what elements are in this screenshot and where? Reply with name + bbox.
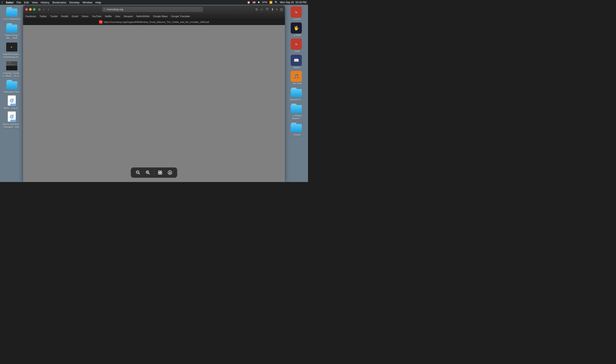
close-button[interactable] bbox=[25, 8, 28, 11]
desktop-icon-muo[interactable]: @ HTTP MUO ‹ Log In... bbox=[2, 95, 21, 110]
webloc-icon-muo: @ HTTP bbox=[6, 95, 17, 106]
minimize-button[interactable] bbox=[29, 8, 32, 11]
bookmark-youtube[interactable]: YouTube bbox=[92, 15, 101, 17]
new-tab-button[interactable]: + bbox=[276, 8, 278, 11]
traffic-lights bbox=[25, 8, 36, 11]
zoom-out-button[interactable] bbox=[134, 169, 142, 176]
desktop-icons-right: 📚 ...comics 🖖 ...g Stuff 🗂 ...Stuff 📖 ..… bbox=[286, 6, 307, 136]
bookmark-neopets[interactable]: Neopets bbox=[124, 15, 133, 17]
menu-edit[interactable]: Edit bbox=[24, 1, 29, 4]
bookmark-nanowrimo[interactable]: NaNoWriMo bbox=[136, 15, 149, 17]
maximize-button[interactable] bbox=[33, 8, 36, 11]
apple-menu[interactable]:  bbox=[2, 1, 3, 4]
desktop-icon-howthegooch[interactable]: ▶ HowTheGooch... eChristmas.m... bbox=[2, 41, 21, 59]
desktop-icon-igotmarried[interactable]: I GOT MARRIED bbox=[2, 6, 21, 21]
desktop-icon-relocateditem[interactable]: Relocated Item bbox=[2, 79, 21, 93]
pdf-full-url: https://monoskop.org/images/8/80/Merleau… bbox=[104, 21, 209, 23]
icon-img-stuff: 🗂 bbox=[291, 39, 302, 50]
desktop-icon-stuff[interactable]: 🗂 ...Stuff bbox=[287, 39, 306, 53]
icon-img-elestuff: 🎵 bbox=[291, 71, 302, 82]
menu-bookmarks[interactable]: Bookmarks bbox=[52, 1, 66, 4]
svg-line-2 bbox=[139, 173, 140, 174]
desktop-icon-compaq[interactable]: COME MIRACLES Compaq_Comp... rs_Mash...-… bbox=[2, 60, 21, 78]
menu-file[interactable]: File bbox=[16, 1, 21, 4]
desktop-icon-comics[interactable]: 📚 ...comics bbox=[287, 6, 306, 21]
menubar:  Safari File Edit View History Bookmark… bbox=[0, 0, 308, 5]
menubar-right: ⏰ 🇺🇸 ✱ 37% 📶 🔍 Mon Sep 20 10:18 PM bbox=[247, 1, 306, 4]
url-area: ⬡ monoskop.org bbox=[52, 7, 254, 12]
pdf-file-icon: PDF bbox=[99, 20, 103, 24]
share-button[interactable]: ⬆ bbox=[271, 8, 274, 12]
bookmark-hulu[interactable]: Hulu bbox=[115, 15, 120, 17]
desktop-icon-workouts[interactable]: ...rkouts! bbox=[287, 122, 306, 136]
bookmark-netflix[interactable]: Netflix bbox=[105, 15, 112, 17]
forward-button[interactable]: › bbox=[47, 7, 50, 12]
icon-label-stuff: ...Stuff bbox=[293, 50, 300, 53]
menu-history[interactable]: History bbox=[41, 1, 49, 4]
bookmark-tumblr[interactable]: Tumblr bbox=[50, 15, 58, 17]
desktop-icon-gstuff[interactable]: 🖖 ...g Stuff bbox=[287, 23, 306, 37]
icon-label-compaq: Compaq_Comp... rs_Mash...-01.m... bbox=[2, 72, 21, 78]
pdf-viewer bbox=[23, 25, 285, 182]
icon-label-gstuff: ...g Stuff bbox=[292, 34, 301, 37]
menu-help[interactable]: Help bbox=[95, 1, 101, 4]
folder-icon-maybe bbox=[291, 103, 302, 114]
desktop-icon-videoessay[interactable]: Video-Essay-Blo... Stuff bbox=[2, 23, 21, 39]
webloc-icon-articlesubmission: @ HTTP bbox=[6, 111, 17, 123]
icon-label-maybe: ...o Maybe Maybe? bbox=[287, 114, 306, 120]
app-name[interactable]: Safari bbox=[6, 1, 13, 4]
sidebar-toggle-button[interactable]: ⊞ bbox=[38, 8, 41, 11]
zoom-in-button[interactable] bbox=[144, 169, 152, 176]
folder-icon-relocateditem bbox=[6, 79, 17, 90]
search-icon[interactable]: 🔍 bbox=[275, 1, 278, 4]
url-bar[interactable]: ⬡ monoskop.org bbox=[102, 7, 203, 12]
desktop-icon-articlesubmission[interactable]: @ HTTP Article Submiss... Checklist - XW… bbox=[2, 111, 21, 129]
menubar-left:  Safari File Edit View History Bookmark… bbox=[2, 1, 101, 4]
bookmark-gmail[interactable]: Gmail bbox=[72, 15, 78, 17]
icon-label-howthegooch: HowTheGooch... eChristmas.m... bbox=[2, 53, 21, 59]
page-view-button[interactable] bbox=[156, 169, 164, 176]
tabs-overview-button[interactable]: ⊡ bbox=[280, 8, 283, 12]
bookmark-googletranslate[interactable]: Google Translate bbox=[171, 15, 190, 17]
icon-label-muo: MUO ‹ Log In... bbox=[4, 107, 20, 110]
bookmark-button[interactable]: ☆ bbox=[260, 8, 263, 12]
desktop-icon-submitto[interactable]: Submit To!... bbox=[287, 87, 306, 101]
icon-label-submitto: Submit To!... bbox=[290, 98, 303, 101]
pdf-toolbar-divider bbox=[154, 169, 154, 176]
browser-window: ⊞ ‹ › ⬡ monoskop.org ↻ ☆ ⏱ ⬆ + ⊡ Faceboo… bbox=[23, 5, 285, 182]
icon-label-fiction: ...fiction bbox=[292, 66, 300, 69]
bookmark-facebook[interactable]: Facebook bbox=[25, 15, 36, 17]
back-button[interactable]: ‹ bbox=[42, 7, 45, 12]
flag-icon: 🇺🇸 bbox=[252, 1, 256, 4]
bookmark-twitter[interactable]: Twitter bbox=[39, 15, 47, 17]
icon-label-workouts: ...rkouts! bbox=[292, 133, 301, 136]
svg-rect-9 bbox=[158, 173, 160, 174]
desktop-icon-fiction[interactable]: 📖 ...fiction bbox=[287, 55, 306, 69]
folder-icon-igotmarried bbox=[6, 6, 17, 17]
bookmark-yahoo[interactable]: Yahoo bbox=[81, 15, 88, 17]
desktop-icon-elestuff[interactable]: 🎵 ...ele Stuff bbox=[287, 71, 306, 85]
bookmark-reddit[interactable]: Reddit bbox=[61, 15, 68, 17]
menu-develop[interactable]: Develop bbox=[69, 1, 79, 4]
history-button[interactable]: ⏱ bbox=[265, 8, 269, 11]
icon-label-videoessay: Video-Essay-Blo... Stuff bbox=[2, 34, 21, 39]
reload-button[interactable]: ↻ bbox=[255, 8, 258, 12]
icon-img-gstuff: 🖖 bbox=[291, 23, 302, 34]
menu-view[interactable]: View bbox=[32, 1, 38, 4]
svg-rect-8 bbox=[160, 171, 162, 172]
desktop-icon-maybe[interactable]: ...o Maybe Maybe? bbox=[287, 103, 306, 120]
svg-rect-10 bbox=[160, 173, 162, 174]
icon-img-fiction: 📖 bbox=[291, 55, 302, 66]
desktop-icons-left: I GOT MARRIED Video-Essay-Blo... Stuff ▶… bbox=[1, 6, 23, 129]
svg-line-6 bbox=[148, 173, 150, 174]
icon-label-igotmarried: I GOT MARRIED bbox=[3, 18, 21, 21]
icon-label-articlesubmission: Article Submiss... Checklist - XW... bbox=[2, 123, 21, 129]
browser-titlebar: ⊞ ‹ › ⬡ monoskop.org ↻ ☆ ⏱ ⬆ + ⊡ bbox=[23, 5, 285, 13]
download-button[interactable] bbox=[166, 169, 174, 176]
bookmark-googlemaps[interactable]: Google Maps bbox=[153, 15, 168, 17]
folder-icon-workouts bbox=[291, 122, 302, 133]
pdf-toolbar bbox=[131, 168, 177, 178]
time-machine-icon: ⏰ bbox=[247, 1, 250, 4]
menu-window[interactable]: Window bbox=[83, 1, 92, 4]
pdf-urlbar: PDF https://monoskop.org/images/8/80/Mer… bbox=[23, 19, 285, 25]
